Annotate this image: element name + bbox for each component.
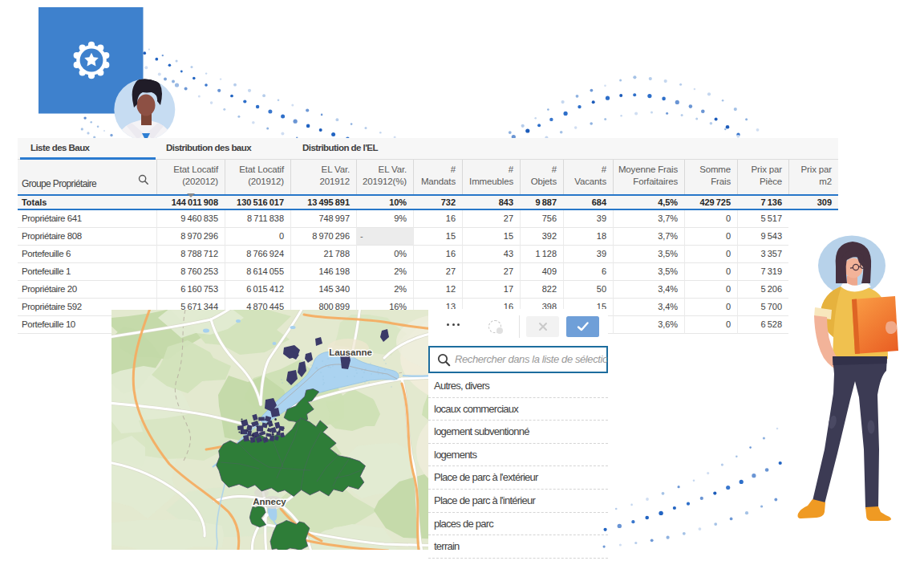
svg-text:Annecy: Annecy (253, 497, 286, 506)
svg-text:Lausanne: Lausanne (329, 348, 372, 357)
